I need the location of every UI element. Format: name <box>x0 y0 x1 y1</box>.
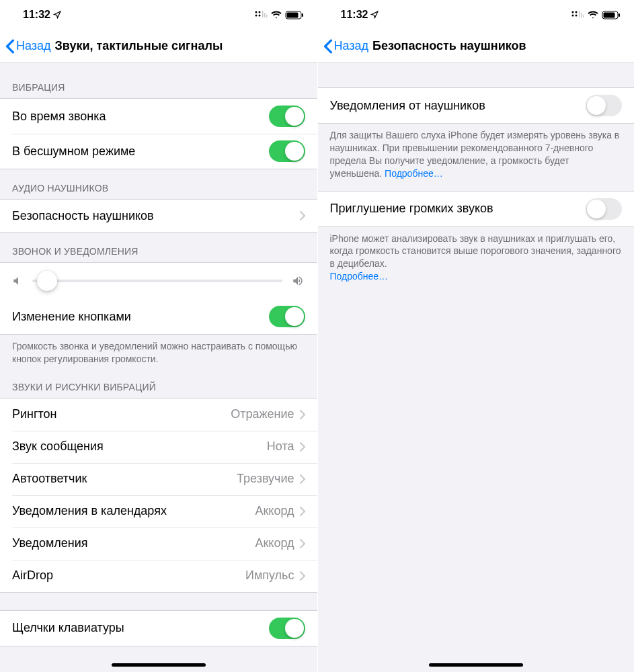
cell-value: Импульс <box>245 569 294 583</box>
headphone-audio-group: Безопасность наушников <box>0 199 317 233</box>
cell-label: Во время звонка <box>12 110 269 124</box>
notifications-group: Уведомления от наушников <box>318 87 635 124</box>
cell-label: Щелчки клавиатуры <box>12 621 269 635</box>
battery-icon <box>285 11 304 19</box>
chevron-right-icon <box>300 474 305 484</box>
cell-label: Уведомления в календарях <box>12 504 255 518</box>
location-icon <box>53 11 61 19</box>
status-time: 11:32 <box>23 9 61 21</box>
vibrate-on-silent-cell[interactable]: В бесшумном режиме <box>0 134 317 169</box>
headphone-safety-cell[interactable]: Безопасность наушников <box>0 200 317 232</box>
home-indicator[interactable] <box>112 663 206 667</box>
keyboard-clicks-toggle[interactable] <box>269 618 305 639</box>
speaker-low-icon <box>12 275 24 287</box>
cell-label: Уведомления <box>12 536 255 550</box>
time-label: 11:32 <box>23 9 50 21</box>
section-header-sounds: ЗВУКИ И РИСУНКИ ВИБРАЦИЙ <box>0 376 317 398</box>
status-bar: 11:32 <box>0 0 317 30</box>
volume-slider[interactable] <box>32 280 282 282</box>
headphone-notifications-toggle[interactable] <box>586 95 622 116</box>
sound-cell[interactable]: РингтонОтражение <box>0 398 317 431</box>
chevron-left-icon <box>5 39 15 54</box>
back-button[interactable]: Назад <box>5 39 51 54</box>
change-with-buttons-cell[interactable]: Изменение кнопками <box>0 299 317 334</box>
cell-label: Приглушение громких звуков <box>330 202 586 216</box>
sounds-group: РингтонОтражениеЗвук сообщенияНотаАвтоот… <box>0 398 317 593</box>
speaker-high-icon <box>290 275 305 287</box>
cell-label: Уведомления от наушников <box>330 99 586 113</box>
cell-value: Аккорд <box>255 536 294 550</box>
settings-content[interactable]: Уведомления от наушников Для защиты Ваше… <box>318 63 635 672</box>
svg-rect-5 <box>264 13 266 17</box>
keyboard-group: Щелчки клавиатуры <box>0 610 317 646</box>
status-icons <box>254 10 304 19</box>
sound-cell[interactable]: AirDropИмпульс <box>0 560 317 592</box>
back-label: Назад <box>334 39 369 53</box>
svg-point-3 <box>258 15 260 17</box>
chevron-right-icon <box>300 442 305 452</box>
chevron-right-icon <box>300 410 305 419</box>
nav-title: Безопасность наушников <box>372 39 526 53</box>
reduce-loud-sounds-cell[interactable]: Приглушение громких звуков <box>318 192 635 226</box>
svg-point-11 <box>576 11 578 13</box>
notifications-footer: Для защиты Вашего слуха iPhone будет изм… <box>318 124 635 191</box>
cell-value: Аккорд <box>255 504 294 518</box>
svg-rect-4 <box>262 11 264 17</box>
vibrate-on-ring-toggle[interactable] <box>269 106 305 127</box>
sound-cell[interactable]: АвтоответчикТрезвучие <box>0 463 317 495</box>
svg-point-2 <box>255 15 257 17</box>
nav-title: Звуки, тактильные сигналы <box>55 39 223 53</box>
nav-bar: Назад Безопасность наушников <box>318 30 635 63</box>
status-time: 11:32 <box>341 9 379 21</box>
vibration-group: Во время звонка В бесшумном режиме <box>0 98 317 169</box>
chevron-right-icon <box>300 571 305 581</box>
chevron-right-icon <box>300 507 305 516</box>
learn-more-link[interactable]: Подробнее… <box>330 271 389 282</box>
vibrate-on-ring-cell[interactable]: Во время звонка <box>0 99 317 134</box>
phone-right: 11:32 Назад Безопасность наушников Уведо… <box>317 0 635 672</box>
ringer-volume-slider-cell <box>0 263 317 299</box>
reduce-footer: iPhone может анализировать звук в наушни… <box>318 227 635 294</box>
location-icon <box>370 11 379 19</box>
phone-left: 11:32 Назад Звуки, тактильные сигналы ВИ… <box>0 0 317 672</box>
cell-label: Звук сообщения <box>12 439 267 454</box>
wifi-icon <box>270 11 282 19</box>
svg-point-13 <box>576 15 578 17</box>
footer-text-content: iPhone может анализировать звук в наушни… <box>330 233 621 269</box>
svg-rect-18 <box>604 12 615 17</box>
svg-rect-8 <box>286 12 298 17</box>
cell-label: Безопасность наушников <box>12 209 300 223</box>
svg-point-1 <box>258 11 260 13</box>
vibrate-on-silent-toggle[interactable] <box>269 140 305 162</box>
ringer-group: Изменение кнопками <box>0 262 317 335</box>
home-indicator[interactable] <box>429 663 523 667</box>
sound-cell[interactable]: Звук сообщенияНота <box>0 431 317 463</box>
footer-text-content: Для защиты Вашего слуха iPhone будет изм… <box>330 130 620 179</box>
section-header-vibration: ВИБРАЦИЯ <box>0 63 317 98</box>
settings-content[interactable]: ВИБРАЦИЯ Во время звонка В бесшумном реж… <box>0 63 317 672</box>
cell-value: Нота <box>267 439 294 454</box>
keyboard-clicks-cell[interactable]: Щелчки клавиатуры <box>0 611 317 646</box>
chevron-left-icon <box>323 39 333 54</box>
reduce-loud-sounds-toggle[interactable] <box>586 198 622 220</box>
cell-label: AirDrop <box>12 569 245 583</box>
sound-cell[interactable]: Уведомления в календаряхАккорд <box>0 495 317 528</box>
wifi-icon <box>587 11 599 19</box>
status-bar: 11:32 <box>318 0 635 30</box>
svg-rect-6 <box>266 15 268 17</box>
cell-label: Изменение кнопками <box>12 310 269 324</box>
svg-point-10 <box>572 11 574 13</box>
ringer-footer: Громкость звонка и уведомлений можно нас… <box>0 335 317 376</box>
svg-point-0 <box>255 11 257 13</box>
svg-rect-16 <box>583 15 584 17</box>
sound-cell[interactable]: УведомленияАккорд <box>0 528 317 560</box>
slider-thumb[interactable] <box>37 271 57 291</box>
back-button[interactable]: Назад <box>323 39 369 54</box>
svg-point-12 <box>572 15 574 17</box>
change-with-buttons-toggle[interactable] <box>269 306 305 327</box>
headphone-notifications-cell[interactable]: Уведомления от наушников <box>318 88 635 123</box>
learn-more-link[interactable]: Подробнее… <box>385 168 443 179</box>
svg-rect-15 <box>581 13 582 17</box>
chevron-right-icon <box>300 211 305 220</box>
svg-rect-19 <box>619 13 620 17</box>
